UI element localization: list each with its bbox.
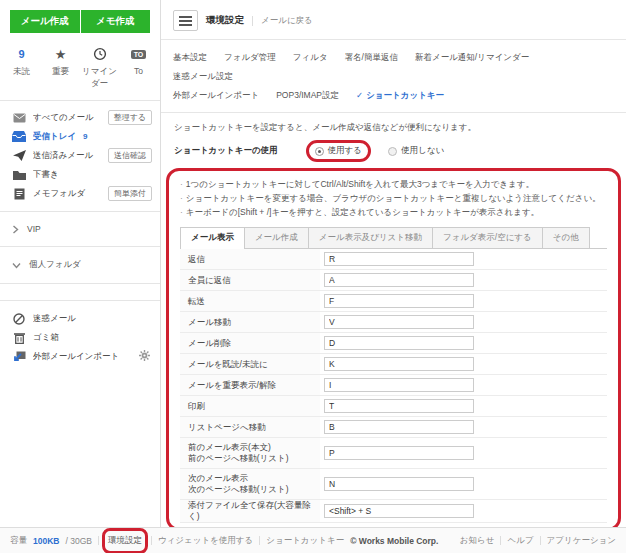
sidebar-item-vip[interactable]: VIP xyxy=(0,212,160,247)
sidebar-item-label: ゴミ箱 xyxy=(33,332,152,344)
divider xyxy=(259,536,260,545)
sidebar-item-label: 迷惑メール xyxy=(33,313,152,325)
footer-apps-link[interactable]: アプリケーション xyxy=(547,535,616,547)
filter-unread[interactable]: 9 未読 xyxy=(2,46,41,90)
table-row: 全員に返信 xyxy=(180,270,607,291)
table-row: 転送 xyxy=(180,291,607,312)
tab-notification[interactable]: 新着メール通知/リマインダー xyxy=(415,48,529,67)
row-label: 前のメール表示(本文) xyxy=(188,442,320,453)
tab-mail-compose[interactable]: メール作成 xyxy=(245,227,309,248)
row-label: メール移動 xyxy=(188,317,320,328)
radio-unselected-icon[interactable] xyxy=(388,147,397,156)
gear-icon[interactable] xyxy=(139,350,150,361)
tab-mail-display[interactable]: メール表示 xyxy=(180,227,245,249)
shortcut-input-move-mail[interactable] xyxy=(324,315,474,329)
note-line: キーボードの[Shift + /]キーを押すと、設定されているショートカットキー… xyxy=(180,205,607,219)
tab-folder-management[interactable]: フォルダ管理 xyxy=(224,48,276,67)
filter-reminder[interactable]: リマインダー xyxy=(80,46,119,90)
sidebar-item-label: メモフォルダ xyxy=(33,188,101,200)
footer-env-settings-link[interactable]: 環境設定 xyxy=(105,533,145,549)
shortcut-input-list-page[interactable] xyxy=(324,420,474,434)
shortcut-input-save-attachments[interactable] xyxy=(324,504,474,518)
shortcut-category-tabs: メール表示 メール作成 メール表示及びリスト移動 フォルダ表示/空にする その他 xyxy=(180,227,607,249)
row-label: 次のメール表示 xyxy=(188,473,320,484)
settings-header: 環境設定 メールに戻る xyxy=(161,0,626,40)
radio-selected-icon[interactable] xyxy=(315,147,324,156)
shortcut-input-forward[interactable] xyxy=(324,294,474,308)
quick-attach-button[interactable]: 簡単添付 xyxy=(108,186,152,201)
back-to-mail-link[interactable]: メールに戻る xyxy=(261,15,313,27)
tab-filter[interactable]: フィルタ xyxy=(293,48,328,67)
divider xyxy=(151,536,152,545)
tab-pop3-imap[interactable]: POP3/IMAP設定 xyxy=(276,86,339,105)
sidebar-item-spam[interactable]: 迷惑メール xyxy=(0,309,160,328)
note-line: 1つのショートカットキーに対してCtrl/Alt/Shiftを入れて最大3つまで… xyxy=(180,177,607,191)
organize-button[interactable]: 整理する xyxy=(108,110,152,125)
sidebar-item-sent[interactable]: 送信済みメール 送信確認 xyxy=(0,146,160,165)
sidebar-item-inbox[interactable]: 受信トレイ 9 xyxy=(0,127,160,146)
tab-shortcut-key[interactable]: ✓ショートカットキー xyxy=(356,86,444,105)
sidebar-item-trash[interactable]: ゴミ箱 xyxy=(0,328,160,347)
radio-on-label: 使用する xyxy=(328,145,362,157)
sidebar-item-all-mail[interactable]: すべてのメール 整理する xyxy=(0,108,160,127)
sidebar-item-label: 送信済みメール xyxy=(33,150,101,162)
copyright-text: © Works Mobile Corp. xyxy=(350,536,438,546)
footer-notice-link[interactable]: お知らせ xyxy=(460,535,495,547)
filter-to-label: To xyxy=(119,66,158,76)
settings-tab-bar: 基本設定フォルダ管理フィルタ署名/簡単返信新着メール通知/リマインダー迷惑メール… xyxy=(161,40,626,113)
quick-filters: 9 未読 ★ 重要 リマインダー TO To xyxy=(0,42,160,101)
shortcut-table: 返信 全員に返信 転送 メール移動 メール削除 xyxy=(180,249,607,523)
quota-label: 容量 xyxy=(10,535,27,547)
divider xyxy=(540,536,541,545)
radio-use-off[interactable]: 使用しない xyxy=(383,142,449,160)
shortcut-input-important[interactable] xyxy=(324,378,474,392)
tab-mail-list-move[interactable]: メール表示及びリスト移動 xyxy=(309,227,433,248)
sidebar-item-external-import[interactable]: 外部メールインポート xyxy=(0,347,160,366)
filter-to[interactable]: TO To xyxy=(119,46,158,90)
shortcut-input-reply-all[interactable] xyxy=(324,273,474,287)
shortcut-input-read-unread[interactable] xyxy=(324,357,474,371)
folder-list: すべてのメール 整理する 受信トレイ 9 送信済みメール 送信確認 下書き メモ… xyxy=(0,101,160,212)
table-row: リストページへ移動 xyxy=(180,417,607,438)
footer-shortcut-link[interactable]: ショートカットキー xyxy=(266,535,344,547)
row-label: メール削除 xyxy=(188,338,320,349)
import-icon xyxy=(13,351,26,362)
compose-memo-button[interactable]: メモ作成 xyxy=(81,10,151,33)
folder-list-secondary: 迷惑メール ゴミ箱 外部メールインポート xyxy=(0,300,160,374)
sidebar-item-memo[interactable]: メモフォルダ 簡単添付 xyxy=(0,184,160,203)
table-row: メール移動 xyxy=(180,312,607,333)
tab-folder-display[interactable]: フォルダ表示/空にする xyxy=(433,227,543,248)
sidebar-item-drafts[interactable]: 下書き xyxy=(0,165,160,184)
sidebar-item-personal-folder[interactable]: 個人フォルダ xyxy=(0,247,160,284)
shortcut-input-print[interactable] xyxy=(324,399,474,413)
table-row: メールを重要表示/解除 xyxy=(180,375,607,396)
shortcut-notes: 1つのショートカットキーに対してCtrl/Alt/Shiftを入れて最大3つまで… xyxy=(173,175,614,225)
tab-spam-settings[interactable]: 迷惑メール設定 xyxy=(173,67,233,86)
tab-basic-settings[interactable]: 基本設定 xyxy=(173,48,207,67)
compose-mail-button[interactable]: メール作成 xyxy=(10,10,80,33)
table-row: 次のメール表示 次のページへ移動(リスト) xyxy=(180,469,607,500)
footer-help-link[interactable]: ヘルプ xyxy=(507,535,533,547)
inbox-count: 9 xyxy=(83,132,87,141)
shortcut-input-reply[interactable] xyxy=(324,252,474,266)
row-label: 返信 xyxy=(188,254,320,265)
tab-other[interactable]: その他 xyxy=(543,227,590,248)
shortcut-input-next-mail[interactable] xyxy=(324,477,474,491)
menu-hamburger-button[interactable] xyxy=(173,10,198,31)
table-row: 前のメール表示(本文) 前のページへ移動(リスト) xyxy=(180,438,607,469)
shortcut-input-prev-mail[interactable] xyxy=(324,446,474,460)
filter-important[interactable]: ★ 重要 xyxy=(41,46,80,90)
row-label: 転送 xyxy=(188,296,320,307)
quota-used[interactable]: 100KB xyxy=(33,536,59,546)
sidebar-item-label: すべてのメール xyxy=(33,112,101,124)
chevron-right-icon xyxy=(12,225,19,234)
status-bar: 容量 100KB / 30GB 環境設定 ウィジェットを使用する ショートカット… xyxy=(0,527,626,553)
trash-icon xyxy=(14,332,25,344)
tab-signature[interactable]: 署名/簡単返信 xyxy=(345,48,398,67)
send-confirm-button[interactable]: 送信確認 xyxy=(108,148,152,163)
tab-external-import[interactable]: 外部メールインポート xyxy=(173,86,259,105)
chevron-down-icon xyxy=(12,262,21,269)
radio-use-on[interactable]: 使用する xyxy=(310,142,367,160)
footer-widget-link[interactable]: ウィジェットを使用する xyxy=(158,535,253,547)
shortcut-input-delete-mail[interactable] xyxy=(324,336,474,350)
